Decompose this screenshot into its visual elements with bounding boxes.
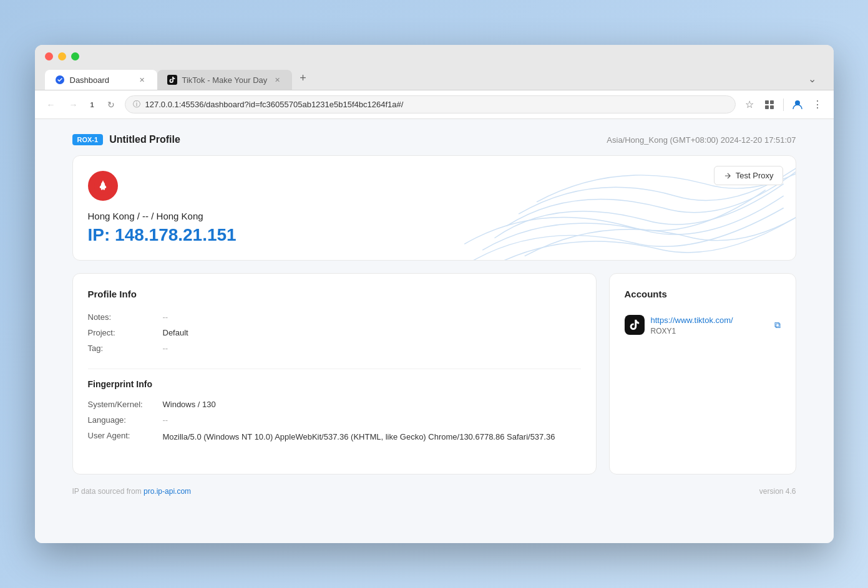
ip-card: Test Proxy Hong Kong / -- / Hong Kong IP… xyxy=(72,155,796,261)
project-value: Default xyxy=(163,328,581,337)
basic-info-section: Notes: -- Project: Default Tag: -- xyxy=(88,309,581,356)
address-security-icon: ⓘ xyxy=(133,99,140,110)
close-button[interactable] xyxy=(45,52,53,60)
svg-rect-1 xyxy=(765,100,769,104)
reload-button[interactable]: ↻ xyxy=(102,96,120,113)
profile-name: Untitled Profile xyxy=(109,134,180,145)
toolbar-actions: ☆ ⋮ xyxy=(741,96,826,113)
profile-badge: ROX-1 Untitled Profile xyxy=(72,134,180,145)
fingerprint-section: System/Kernel: Windows / 130 Language: -… xyxy=(88,397,581,446)
footer-ip-source-text: IP data sourced from xyxy=(72,487,144,496)
accounts-card: Accounts https://www.tiktok.com/ ROXY1 ⧉ xyxy=(609,273,796,475)
back-button[interactable]: ← xyxy=(42,96,60,113)
timezone-info: Asia/Hong_Kong (GMT+08:00) 2024-12-20 17… xyxy=(607,135,796,145)
address-bar[interactable]: ⓘ 127.0.0.1:45536/dashboard?id=fc3605570… xyxy=(125,95,736,113)
browser-titlebar: Dashboard ✕ TikTok - Make Your Day ✕ + ⌄ xyxy=(35,45,834,90)
language-value: -- xyxy=(163,415,581,425)
system-kernel-label: System/Kernel: xyxy=(88,400,163,409)
accounts-title: Accounts xyxy=(625,289,781,299)
traffic-lights xyxy=(45,52,824,60)
tab-tiktok-label: TikTok - Make Your Day xyxy=(182,75,268,85)
tab-dashboard-close[interactable]: ✕ xyxy=(137,75,147,85)
address-text: 127.0.0.1:45536/dashboard?id=fc36055705a… xyxy=(145,100,728,109)
tab-count: 1 xyxy=(87,101,97,108)
page-footer: IP data sourced from pro.ip-api.com vers… xyxy=(72,487,796,496)
flag-icon xyxy=(88,171,118,201)
tabs-row: Dashboard ✕ TikTok - Make Your Day ✕ + ⌄ xyxy=(45,67,824,90)
tab-dashboard[interactable]: Dashboard ✕ xyxy=(45,70,157,90)
test-proxy-icon xyxy=(723,171,732,180)
footer-version: version 4.6 xyxy=(759,487,796,496)
test-proxy-button[interactable]: Test Proxy xyxy=(714,166,783,185)
test-proxy-label: Test Proxy xyxy=(736,171,774,180)
tag-label: Tag: xyxy=(88,344,163,353)
new-tab-button[interactable]: + xyxy=(292,67,314,90)
profile-info-title: Profile Info xyxy=(88,289,581,299)
profile-button[interactable] xyxy=(789,96,806,113)
user-agent-value: Mozilla/5.0 (Windows NT 10.0) AppleWebKi… xyxy=(163,431,581,443)
tab-tiktok[interactable]: TikTok - Make Your Day ✕ xyxy=(157,70,293,90)
external-link-icon[interactable]: ⧉ xyxy=(774,320,781,330)
notes-row: Notes: -- xyxy=(88,309,581,325)
page-content: ROX-1 Untitled Profile Asia/Hong_Kong (G… xyxy=(35,119,834,543)
fingerprint-title: Fingerprint Info xyxy=(88,379,581,389)
tiktok-favicon xyxy=(625,315,645,335)
user-agent-row: User Agent: Mozilla/5.0 (Windows NT 10.0… xyxy=(88,428,581,446)
bottom-row: Profile Info Notes: -- Project: Default … xyxy=(72,273,796,475)
footer-ip-source-link[interactable]: pro.ip-api.com xyxy=(144,487,191,496)
tab-dashboard-label: Dashboard xyxy=(70,75,110,85)
star-button[interactable]: ☆ xyxy=(741,96,758,113)
tab-tiktok-close[interactable]: ✕ xyxy=(272,75,282,85)
system-kernel-value: Windows / 130 xyxy=(163,400,581,409)
system-kernel-row: System/Kernel: Windows / 130 xyxy=(88,397,581,412)
project-label: Project: xyxy=(88,328,163,337)
location-text: Hong Kong / -- / Hong Kong xyxy=(88,211,781,221)
footer-ip-source: IP data sourced from pro.ip-api.com xyxy=(72,487,192,496)
language-row: Language: -- xyxy=(88,412,581,428)
rox-badge: ROX-1 xyxy=(72,134,104,145)
user-agent-label: User Agent: xyxy=(88,431,163,440)
svg-rect-4 xyxy=(770,105,774,109)
project-row: Project: Default xyxy=(88,325,581,340)
account-username: ROXY1 xyxy=(651,327,768,335)
minimize-button[interactable] xyxy=(58,52,66,60)
page-header: ROX-1 Untitled Profile Asia/Hong_Kong (G… xyxy=(72,134,796,145)
dashboard-tab-favicon xyxy=(55,75,65,85)
toolbar-divider xyxy=(783,99,784,111)
browser-window: Dashboard ✕ TikTok - Make Your Day ✕ + ⌄… xyxy=(35,45,834,543)
tag-row: Tag: -- xyxy=(88,340,581,356)
account-url[interactable]: https://www.tiktok.com/ xyxy=(651,316,733,325)
svg-rect-3 xyxy=(765,105,769,109)
menu-button[interactable]: ⋮ xyxy=(809,96,826,113)
tag-value: -- xyxy=(163,344,581,353)
ip-address: IP: 148.178.21.151 xyxy=(88,225,781,245)
tab-dropdown-button[interactable]: ⌄ xyxy=(801,68,824,90)
profile-info-card: Profile Info Notes: -- Project: Default … xyxy=(72,273,597,475)
notes-value: -- xyxy=(163,312,581,322)
tiktok-tab-favicon xyxy=(167,75,177,85)
account-item-tiktok: https://www.tiktok.com/ ROXY1 ⧉ xyxy=(625,309,781,340)
svg-rect-2 xyxy=(770,100,774,104)
maximize-button[interactable] xyxy=(71,52,79,60)
notes-label: Notes: xyxy=(88,312,163,322)
extensions-button[interactable] xyxy=(761,96,778,113)
forward-button[interactable]: → xyxy=(65,96,82,113)
section-divider xyxy=(88,369,581,369)
browser-toolbar: ← → 1 ↻ ⓘ 127.0.0.1:45536/dashboard?id=f… xyxy=(35,90,834,119)
language-label: Language: xyxy=(88,415,163,425)
account-info: https://www.tiktok.com/ ROXY1 xyxy=(651,314,768,335)
